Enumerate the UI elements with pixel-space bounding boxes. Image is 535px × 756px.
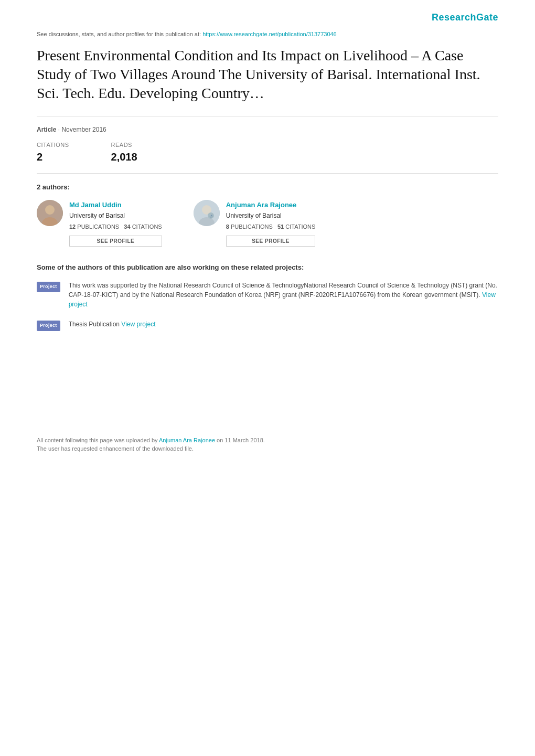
author-avatar-2: ↺ bbox=[194, 200, 220, 226]
citations-block: CITATIONS 2 bbox=[37, 141, 69, 165]
footer: All content following this page was uplo… bbox=[37, 436, 498, 453]
see-discussions-bar: See discussions, stats, and author profi… bbox=[37, 30, 498, 39]
svg-text:↺: ↺ bbox=[209, 214, 213, 219]
project-text-2: Thesis Publication View project bbox=[69, 320, 156, 329]
author-pub-count-2: 8 bbox=[226, 223, 229, 230]
author-card-2: ↺ Anjuman Ara Rajonee University of Bari… bbox=[194, 200, 316, 247]
divider-mid bbox=[37, 173, 498, 174]
article-date: November 2016 bbox=[61, 126, 106, 133]
project-item-1: Project This work was supported by the N… bbox=[37, 281, 498, 309]
author-name-2[interactable]: Anjuman Ara Rajonee bbox=[226, 200, 316, 210]
article-meta: Article · November 2016 bbox=[37, 125, 498, 134]
author-affiliation-2: University of Barisal bbox=[226, 211, 316, 220]
author-avatar-1 bbox=[37, 200, 63, 226]
reads-value: 2,018 bbox=[111, 149, 137, 165]
project-link-2[interactable]: View project bbox=[121, 321, 155, 328]
author-pub-count-1: 12 bbox=[69, 223, 76, 230]
project-description-1: This work was supported by the National … bbox=[69, 282, 497, 299]
project-description-2: Thesis Publication bbox=[69, 321, 120, 328]
author-card-1: Md Jamal Uddin University of Barisal 12 … bbox=[37, 200, 162, 247]
project-item-2: Project Thesis Publication View project bbox=[37, 320, 498, 331]
author-info-2: Anjuman Ara Rajonee University of Barisa… bbox=[226, 200, 316, 247]
author-info-1: Md Jamal Uddin University of Barisal 12 … bbox=[69, 200, 162, 247]
svg-point-1 bbox=[45, 205, 55, 215]
author-cit-label-2: CITATIONS bbox=[285, 223, 315, 230]
project-text-1: This work was supported by the National … bbox=[69, 281, 498, 309]
author-affiliation-1: University of Barisal bbox=[69, 211, 162, 220]
footer-enhancement-text: The user has requested enhancement of th… bbox=[37, 444, 498, 453]
publication-link[interactable]: https://www.researchgate.net/publication… bbox=[202, 31, 337, 37]
see-profile-button-2[interactable]: SEE PROFILE bbox=[226, 236, 316, 247]
author-cit-label-1: CITATIONS bbox=[132, 223, 162, 230]
author-stats-1: 12 PUBLICATIONS 34 CITATIONS bbox=[69, 222, 162, 231]
citations-label: CITATIONS bbox=[37, 141, 69, 150]
author-cit-count-1: 34 bbox=[124, 223, 130, 230]
citations-value: 2 bbox=[37, 149, 69, 165]
author-stats-2: 8 PUBLICATIONS 51 CITATIONS bbox=[226, 222, 316, 231]
author-cit-count-2: 51 bbox=[277, 223, 284, 230]
page-title: Present Environmental Condition and Its … bbox=[37, 46, 498, 103]
project-badge-1: Project bbox=[37, 282, 60, 292]
footer-upload-line: All content following this page was uplo… bbox=[37, 436, 498, 445]
reads-block: READS 2,018 bbox=[111, 141, 137, 165]
author-pub-label-2: PUBLICATIONS bbox=[231, 223, 276, 230]
see-profile-button-1[interactable]: SEE PROFILE bbox=[69, 236, 162, 247]
authors-label: 2 authors: bbox=[37, 182, 498, 193]
related-projects-section: Some of the authors of this publication … bbox=[37, 262, 498, 331]
author-pub-label-1: PUBLICATIONS bbox=[77, 223, 122, 230]
footer-upload-date-text: on 11 March 2018. bbox=[217, 437, 265, 443]
author-name-1[interactable]: Md Jamal Uddin bbox=[69, 200, 162, 210]
article-type: Article bbox=[37, 126, 56, 133]
footer-upload-text: All content following this page was uplo… bbox=[37, 437, 158, 443]
project-badge-2: Project bbox=[37, 321, 60, 331]
authors-grid: Md Jamal Uddin University of Barisal 12 … bbox=[37, 200, 498, 247]
reads-label: READS bbox=[111, 141, 137, 150]
stats-row: CITATIONS 2 READS 2,018 bbox=[37, 141, 498, 165]
related-projects-label: Some of the authors of this publication … bbox=[37, 262, 498, 273]
footer-uploader-link[interactable]: Anjuman Ara Rajonee bbox=[159, 437, 215, 443]
authors-section: 2 authors: Md Jamal Uddin University of … bbox=[37, 182, 498, 247]
see-discussions-text: See discussions, stats, and author profi… bbox=[37, 31, 201, 37]
brand-logo: ResearchGate bbox=[432, 10, 498, 25]
divider-top bbox=[37, 116, 498, 116]
